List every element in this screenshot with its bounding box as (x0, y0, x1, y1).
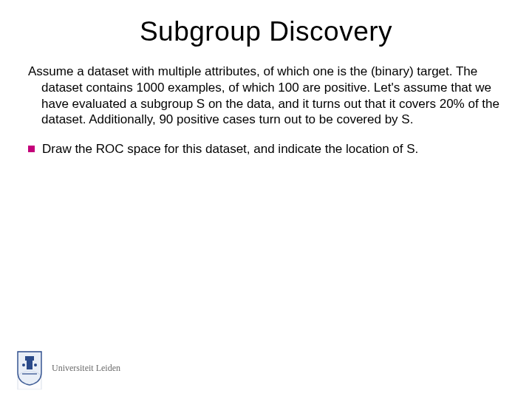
university-name: Universiteit Leiden (52, 363, 120, 374)
svg-point-4 (34, 364, 37, 366)
slide-title: Subgroup Discovery (28, 16, 504, 47)
bullet-item-1: Draw the ROC space for this dataset, and… (28, 141, 504, 157)
svg-rect-0 (25, 356, 34, 361)
intro-paragraph: Assume a dataset with multiple attribute… (41, 64, 504, 128)
bullet-text-1: Draw the ROC space for this dataset, and… (42, 141, 504, 157)
svg-rect-1 (27, 361, 33, 369)
slide: Subgroup Discovery Assume a dataset with… (0, 0, 532, 399)
university-crest-icon (15, 350, 44, 386)
svg-point-3 (22, 364, 25, 366)
footer-logo: Universiteit Leiden (15, 350, 120, 386)
square-bullet-icon (28, 146, 35, 152)
